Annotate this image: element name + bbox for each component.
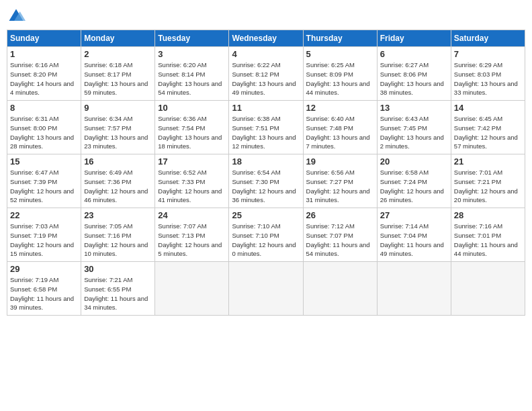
day-number: 29: [10, 264, 78, 274]
calendar-cell: 7Sunrise: 6:29 AMSunset: 8:03 PMDaylight…: [451, 47, 525, 101]
calendar-cell: 29Sunrise: 7:19 AMSunset: 6:58 PMDayligh…: [7, 262, 81, 316]
column-header-sunday: Sunday: [7, 30, 81, 47]
day-number: 12: [306, 103, 374, 113]
day-info: Sunrise: 6:52 AMSunset: 7:33 PMDaylight:…: [158, 168, 226, 205]
day-number: 6: [380, 49, 448, 59]
calendar-cell: [303, 262, 377, 316]
day-number: 2: [84, 49, 152, 59]
column-header-tuesday: Tuesday: [155, 30, 229, 47]
day-number: 10: [158, 103, 226, 113]
day-info: Sunrise: 7:19 AMSunset: 6:58 PMDaylight:…: [10, 275, 78, 312]
calendar-cell: 28Sunrise: 7:16 AMSunset: 7:01 PMDayligh…: [451, 208, 525, 262]
calendar-cell: 11Sunrise: 6:38 AMSunset: 7:51 PMDayligh…: [229, 101, 303, 154]
day-number: 27: [380, 210, 448, 220]
calendar-week-row: 1Sunrise: 6:16 AMSunset: 8:20 PMDaylight…: [7, 47, 525, 101]
calendar-header-row: SundayMondayTuesdayWednesdayThursdayFrid…: [7, 30, 525, 47]
calendar-cell: 13Sunrise: 6:43 AMSunset: 7:45 PMDayligh…: [377, 101, 451, 154]
calendar-cell: 30Sunrise: 7:21 AMSunset: 6:55 PMDayligh…: [81, 262, 155, 316]
day-number: 22: [10, 210, 78, 220]
column-header-friday: Friday: [377, 30, 451, 47]
day-number: 3: [158, 49, 226, 59]
day-number: 18: [232, 156, 300, 167]
day-number: 4: [232, 49, 300, 59]
page-header: [7, 7, 525, 26]
day-number: 5: [306, 49, 374, 59]
calendar-cell: [229, 262, 303, 316]
day-info: Sunrise: 6:45 AMSunset: 7:42 PMDaylight:…: [454, 114, 522, 151]
day-info: Sunrise: 6:31 AMSunset: 8:00 PMDaylight:…: [10, 114, 78, 151]
calendar-cell: 15Sunrise: 6:47 AMSunset: 7:39 PMDayligh…: [7, 154, 81, 208]
day-info: Sunrise: 6:43 AMSunset: 7:45 PMDaylight:…: [380, 114, 448, 151]
day-info: Sunrise: 6:16 AMSunset: 8:20 PMDaylight:…: [10, 60, 78, 97]
calendar-cell: 1Sunrise: 6:16 AMSunset: 8:20 PMDaylight…: [7, 47, 81, 101]
day-info: Sunrise: 6:29 AMSunset: 8:03 PMDaylight:…: [454, 60, 522, 97]
calendar-cell: 23Sunrise: 7:05 AMSunset: 7:16 PMDayligh…: [81, 208, 155, 262]
calendar-cell: 17Sunrise: 6:52 AMSunset: 7:33 PMDayligh…: [155, 154, 229, 208]
day-number: 25: [232, 210, 300, 220]
day-number: 24: [158, 210, 226, 220]
day-number: 7: [454, 49, 522, 59]
calendar-cell: 2Sunrise: 6:18 AMSunset: 8:17 PMDaylight…: [81, 47, 155, 101]
day-info: Sunrise: 6:49 AMSunset: 7:36 PMDaylight:…: [84, 168, 152, 205]
day-info: Sunrise: 6:34 AMSunset: 7:57 PMDaylight:…: [84, 114, 152, 151]
calendar-cell: 5Sunrise: 6:25 AMSunset: 8:09 PMDaylight…: [303, 47, 377, 101]
column-header-thursday: Thursday: [303, 30, 377, 47]
calendar-cell: [451, 262, 525, 316]
day-info: Sunrise: 7:01 AMSunset: 7:21 PMDaylight:…: [454, 168, 522, 205]
day-info: Sunrise: 6:25 AMSunset: 8:09 PMDaylight:…: [306, 60, 374, 97]
calendar-cell: 9Sunrise: 6:34 AMSunset: 7:57 PMDaylight…: [81, 101, 155, 154]
day-number: 19: [306, 156, 374, 167]
day-info: Sunrise: 6:36 AMSunset: 7:54 PMDaylight:…: [158, 114, 226, 151]
day-number: 26: [306, 210, 374, 220]
calendar-cell: 10Sunrise: 6:36 AMSunset: 7:54 PMDayligh…: [155, 101, 229, 154]
day-info: Sunrise: 6:27 AMSunset: 8:06 PMDaylight:…: [380, 60, 448, 97]
calendar-cell: 18Sunrise: 6:54 AMSunset: 7:30 PMDayligh…: [229, 154, 303, 208]
calendar-week-row: 8Sunrise: 6:31 AMSunset: 8:00 PMDaylight…: [7, 101, 525, 154]
day-number: 8: [10, 103, 78, 113]
calendar-cell: 6Sunrise: 6:27 AMSunset: 8:06 PMDaylight…: [377, 47, 451, 101]
day-number: 13: [380, 103, 448, 113]
day-info: Sunrise: 6:20 AMSunset: 8:14 PMDaylight:…: [158, 60, 226, 97]
calendar-table: SundayMondayTuesdayWednesdayThursdayFrid…: [7, 30, 525, 316]
logo: [7, 7, 28, 26]
calendar-cell: 3Sunrise: 6:20 AMSunset: 8:14 PMDaylight…: [155, 47, 229, 101]
day-info: Sunrise: 7:07 AMSunset: 7:13 PMDaylight:…: [158, 222, 226, 259]
calendar-cell: [155, 262, 229, 316]
column-header-monday: Monday: [81, 30, 155, 47]
day-number: 28: [454, 210, 522, 220]
calendar-cell: 19Sunrise: 6:56 AMSunset: 7:27 PMDayligh…: [303, 154, 377, 208]
calendar-week-row: 22Sunrise: 7:03 AMSunset: 7:19 PMDayligh…: [7, 208, 525, 262]
day-number: 21: [454, 156, 522, 167]
day-number: 15: [10, 156, 78, 167]
calendar-cell: 22Sunrise: 7:03 AMSunset: 7:19 PMDayligh…: [7, 208, 81, 262]
calendar-cell: 4Sunrise: 6:22 AMSunset: 8:12 PMDaylight…: [229, 47, 303, 101]
day-number: 1: [10, 49, 78, 59]
day-info: Sunrise: 6:47 AMSunset: 7:39 PMDaylight:…: [10, 168, 78, 205]
day-info: Sunrise: 6:58 AMSunset: 7:24 PMDaylight:…: [380, 168, 448, 205]
calendar-cell: 14Sunrise: 6:45 AMSunset: 7:42 PMDayligh…: [451, 101, 525, 154]
calendar-cell: 12Sunrise: 6:40 AMSunset: 7:48 PMDayligh…: [303, 101, 377, 154]
calendar-cell: 8Sunrise: 6:31 AMSunset: 8:00 PMDaylight…: [7, 101, 81, 154]
calendar-cell: 26Sunrise: 7:12 AMSunset: 7:07 PMDayligh…: [303, 208, 377, 262]
day-number: 20: [380, 156, 448, 167]
calendar-cell: 20Sunrise: 6:58 AMSunset: 7:24 PMDayligh…: [377, 154, 451, 208]
day-number: 14: [454, 103, 522, 113]
calendar-cell: 27Sunrise: 7:14 AMSunset: 7:04 PMDayligh…: [377, 208, 451, 262]
day-number: 9: [84, 103, 152, 113]
day-info: Sunrise: 6:40 AMSunset: 7:48 PMDaylight:…: [306, 114, 374, 151]
column-header-wednesday: Wednesday: [229, 30, 303, 47]
day-number: 17: [158, 156, 226, 167]
day-info: Sunrise: 6:56 AMSunset: 7:27 PMDaylight:…: [306, 168, 374, 205]
day-number: 11: [232, 103, 300, 113]
day-number: 30: [84, 264, 152, 274]
day-number: 23: [84, 210, 152, 220]
day-info: Sunrise: 6:18 AMSunset: 8:17 PMDaylight:…: [84, 60, 152, 97]
day-info: Sunrise: 7:21 AMSunset: 6:55 PMDaylight:…: [84, 275, 152, 312]
day-info: Sunrise: 7:10 AMSunset: 7:10 PMDaylight:…: [232, 222, 300, 259]
day-info: Sunrise: 7:03 AMSunset: 7:19 PMDaylight:…: [10, 222, 78, 259]
logo-icon: [7, 7, 26, 26]
calendar-cell: 21Sunrise: 7:01 AMSunset: 7:21 PMDayligh…: [451, 154, 525, 208]
day-info: Sunrise: 6:54 AMSunset: 7:30 PMDaylight:…: [232, 168, 300, 205]
calendar-cell: 16Sunrise: 6:49 AMSunset: 7:36 PMDayligh…: [81, 154, 155, 208]
day-info: Sunrise: 7:16 AMSunset: 7:01 PMDaylight:…: [454, 222, 522, 259]
